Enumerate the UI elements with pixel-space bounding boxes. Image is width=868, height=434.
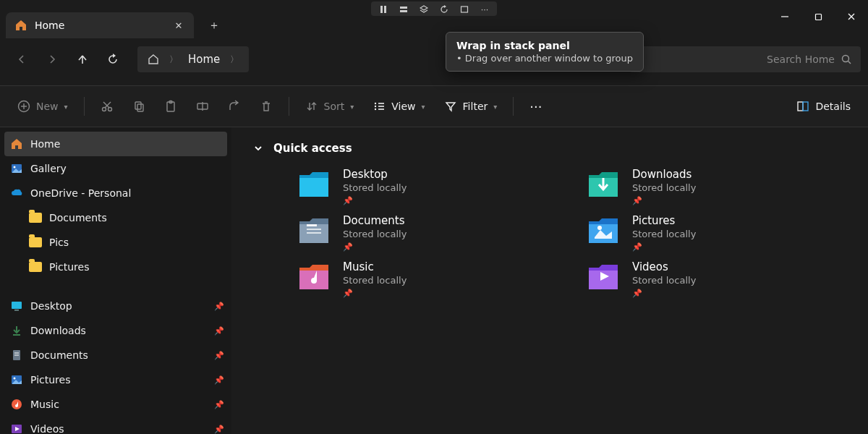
sidebar-item-label: Pictures [49, 261, 89, 273]
pictures-icon [10, 373, 23, 386]
item-title: Pictures [632, 214, 696, 227]
cmd-cut-button[interactable] [93, 93, 121, 119]
music-icon [10, 398, 23, 411]
item-title: Downloads [632, 168, 696, 181]
tooltip-subtitle: • Drag over another window to group [456, 53, 633, 64]
cmd-delete-button[interactable] [252, 93, 280, 119]
sidebar-locations: Desktop📌Downloads📌Documents📌Pictures📌Mus… [0, 289, 231, 434]
sidebar-item-label: Videos [30, 423, 64, 434]
quick-access-desktop[interactable]: DesktopStored locally📌 [297, 168, 557, 205]
cmd-view-label: View [391, 101, 415, 112]
new-tab-button[interactable]: ＋ [203, 14, 226, 37]
sidebar-item-documents[interactable]: Documents📌 [0, 343, 231, 367]
quick-access-videos[interactable]: VideosStored locally📌 [586, 260, 846, 298]
quick-access-downloads[interactable]: DownloadsStored locally📌 [586, 168, 846, 205]
sidebar-item-home[interactable]: Home [4, 132, 227, 156]
sidebar-item-pictures[interactable]: Pictures [0, 255, 231, 279]
search-input[interactable]: Search Home [629, 46, 861, 72]
folder-icon [29, 237, 42, 247]
sidebar-item-pictures[interactable]: Pictures📌 [0, 367, 231, 392]
nav-up-button[interactable] [68, 46, 97, 72]
item-subtitle: Stored locally [632, 229, 696, 239]
pin-icon: 📌 [214, 351, 224, 360]
svg-rect-18 [135, 102, 141, 109]
sidebar-item-downloads[interactable]: Downloads📌 [0, 318, 231, 343]
svg-line-10 [848, 61, 851, 64]
tooltip-stack-panel: Wrap in stack panel • Drag over another … [446, 32, 644, 72]
sidebar-item-onedrive[interactable]: OneDrive - Personal [0, 181, 231, 205]
cmd-more-button[interactable]: ··· [522, 93, 549, 119]
home-icon [148, 54, 159, 65]
nav-refresh-button[interactable] [98, 46, 127, 72]
item-title: Desktop [343, 168, 407, 181]
details-icon [796, 100, 809, 113]
sidebar-item-gallery[interactable]: Gallery [0, 156, 231, 181]
svg-point-15 [108, 108, 111, 111]
view-icon [373, 100, 386, 113]
cmd-new-button[interactable]: New ▾ [10, 93, 75, 119]
sidebar-item-label: Gallery [30, 163, 67, 174]
nav-forward-button[interactable] [38, 46, 67, 72]
sidebar-item-desktop[interactable]: Desktop📌 [0, 294, 231, 318]
tab-home[interactable]: Home ✕ [6, 12, 194, 38]
home-icon [14, 19, 27, 32]
separator [84, 97, 85, 116]
search-placeholder: Search Home [767, 54, 841, 65]
cmd-share-button[interactable] [221, 93, 248, 119]
desktop-folder-icon [297, 168, 331, 200]
navigation-bar: 〉 Home 〉 Search Home [0, 41, 868, 78]
svg-point-41 [14, 378, 16, 380]
section-title: Quick access [273, 142, 352, 155]
sidebar-item-videos[interactable]: Videos📌 [0, 417, 231, 434]
sidebar-item-label: Music [30, 399, 59, 410]
plus-circle-icon [17, 100, 30, 113]
quick-access-documents[interactable]: DocumentsStored locally📌 [297, 214, 557, 252]
pin-icon: 📌 [214, 375, 224, 385]
chevron-down-icon: ▾ [350, 103, 354, 111]
tab-close-button[interactable]: ✕ [172, 19, 185, 32]
sort-icon [305, 100, 318, 113]
cmd-new-label: New [36, 101, 59, 112]
pin-icon: 📌 [632, 196, 696, 205]
svg-point-24 [375, 103, 376, 104]
svg-rect-19 [137, 104, 143, 111]
cmd-sort-button[interactable]: Sort ▾ [298, 93, 362, 119]
cmd-filter-button[interactable]: Filter ▾ [437, 93, 505, 119]
folder-icon [29, 213, 42, 223]
cmd-copy-button[interactable] [125, 93, 153, 119]
sidebar-item-pics[interactable]: Pics [0, 230, 231, 255]
svg-rect-30 [798, 102, 803, 111]
breadcrumb-root[interactable]: Home [188, 53, 220, 66]
cmd-view-button[interactable]: View ▾ [365, 93, 432, 119]
chevron-right-icon[interactable]: 〉 [230, 54, 239, 66]
pin-icon: 📌 [632, 289, 696, 298]
pin-icon: 📌 [214, 302, 224, 311]
sidebar: Home Gallery OneDrive - Personal Documen… [0, 127, 231, 434]
sidebar-item-documents[interactable]: Documents [0, 205, 231, 230]
sidebar-item-label: Documents [30, 349, 88, 361]
nav-back-button[interactable] [7, 46, 36, 72]
item-subtitle: Stored locally [343, 229, 407, 239]
svg-point-25 [375, 106, 376, 107]
sidebar-item-label: Pictures [30, 374, 70, 386]
svg-point-33 [14, 166, 16, 169]
tooltip-title: Wrap in stack panel [456, 40, 570, 51]
documents-folder-icon [297, 214, 331, 246]
quick-access-header[interactable]: Quick access [253, 142, 846, 155]
sidebar-item-label: Desktop [30, 300, 72, 312]
svg-rect-2 [400, 7, 407, 9]
chevron-right-icon: 〉 [169, 54, 178, 66]
home-icon [10, 137, 23, 150]
cmd-sort-label: Sort [324, 101, 345, 112]
svg-rect-45 [307, 229, 321, 230]
cmd-paste-button[interactable] [157, 93, 184, 119]
quick-access-pictures[interactable]: PicturesStored locally📌 [586, 214, 846, 252]
quick-access-music[interactable]: MusicStored locally📌 [297, 260, 557, 298]
cmd-details-button[interactable]: Details [789, 100, 858, 113]
sidebar-item-music[interactable]: Music📌 [0, 392, 231, 417]
cmd-rename-button[interactable] [189, 93, 216, 119]
pin-icon: 📌 [343, 289, 407, 298]
svg-rect-34 [12, 302, 22, 309]
filter-icon [444, 100, 457, 113]
address-bar[interactable]: 〉 Home 〉 [137, 46, 249, 72]
